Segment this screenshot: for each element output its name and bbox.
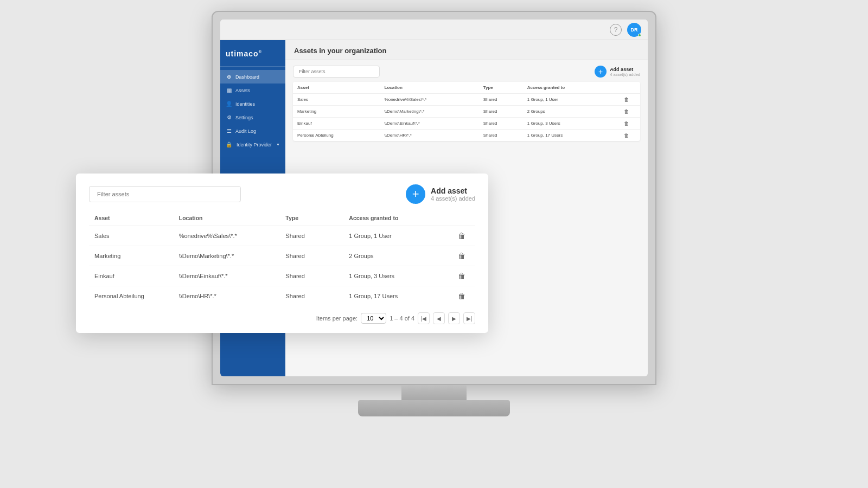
fg-cell-location: \\Demo\Marketing\*.* [174,246,280,266]
fg-cell-access: 1 Group, 3 Users [343,266,448,286]
logo-area: utimaco® [220,46,285,67]
monitor-base [358,400,510,416]
cell-type: Shared [479,94,523,106]
fg-cell-type: Shared [280,246,343,266]
fg-add-label: Add asset 4 asset(s) added [431,187,475,202]
table-row: Sales %onedrive%\Sales\*.* Shared 1 Grou… [293,94,640,106]
identity-provider-icon: 🔒 [226,142,232,147]
per-page-select[interactable]: 10 25 50 [361,313,386,324]
delete-button[interactable]: 🗑 [624,108,629,114]
assets-icon: ▦ [226,87,232,93]
fg-delete-button[interactable]: 🗑 [458,232,465,240]
cell-asset: Marketing [293,106,380,118]
sidebar-item-audit-log[interactable]: ☰ Audit Log [220,124,285,138]
cell-asset: Personal Abteilung [293,130,380,142]
sidebar-item-identity-provider[interactable]: 🔒 Identity Provider ▼ [220,138,285,151]
fg-col-header-type: Type [280,210,343,226]
fg-col-header-action [449,210,475,226]
sidebar-item-identities[interactable]: 👤 Identities [220,97,285,111]
cell-type: Shared [479,118,523,130]
identities-icon: 👤 [226,101,232,107]
pagination-range: 1 – 4 of 4 [390,315,414,322]
fg-col-header-access: Access granted to [343,210,448,226]
fg-delete-button[interactable]: 🗑 [458,252,465,260]
fg-cell-access: 1 Group, 1 User [343,226,448,246]
table-row: Einkauf \\Demo\Einkauf\*.* Shared 1 Grou… [293,118,640,130]
sidebar-label-identities: Identities [235,101,255,107]
fg-cell-location: %onedrive%\Sales\*.* [174,226,280,246]
fg-delete-button[interactable]: 🗑 [458,292,465,300]
fg-cell-asset: Personal Abteilung [89,286,174,306]
page-title: Assets in your organization [294,47,386,55]
top-bar: ? DR [220,20,648,40]
chevron-down-icon: ▼ [276,143,280,146]
fg-cell-access: 2 Groups [343,246,448,266]
fg-col-header-location: Location [174,210,280,226]
cell-access: 2 Groups [523,106,613,118]
delete-button[interactable]: 🗑 [624,97,629,102]
fg-cell-action: 🗑 [449,266,475,286]
sidebar-label-settings: Settings [235,115,253,120]
fg-add-asset-button[interactable]: + [406,184,425,204]
col-header-asset: Asset [293,82,380,94]
table-row: Marketing \\Demo\Marketing\*.* Shared 2 … [89,246,475,266]
cell-type: Shared [479,130,523,142]
fg-cell-type: Shared [280,266,343,286]
fg-table-header-row: Asset Location Type Access granted to [89,210,475,226]
monitor-neck [401,385,467,400]
add-asset-button[interactable]: + [595,66,607,78]
col-header-location: Location [380,82,479,94]
fg-cell-asset: Sales [89,226,174,246]
cell-access: 1 Group, 1 User [523,94,613,106]
cell-action: 🗑 [613,130,641,142]
sidebar-item-settings[interactable]: ⚙ Settings [220,111,285,124]
table-body: Sales %onedrive%\Sales\*.* Shared 1 Grou… [293,94,640,142]
add-asset-sub-label: 4 asset(s) added [610,72,640,77]
fg-cell-access: 1 Group, 17 Users [343,286,448,306]
user-initials: DR [631,27,638,33]
fg-cell-location: \\Demo\Einkauf\*.* [174,266,280,286]
sidebar-label-dashboard: Dashboard [235,74,259,80]
items-per-page-label: Items per page: [316,315,358,322]
prev-page-button[interactable]: ◀ [433,312,445,324]
sidebar-item-dashboard[interactable]: ⊕ Dashboard [220,70,285,84]
toolbar-row: + Add asset 4 asset(s) added [293,66,640,78]
sidebar-label-assets: Assets [235,88,250,93]
cell-action: 🗑 [613,118,641,130]
first-page-button[interactable]: |◀ [418,312,430,324]
dashboard-icon: ⊕ [226,74,232,80]
help-button[interactable]: ? [610,24,622,36]
cell-action: 🗑 [613,94,641,106]
sidebar-label-identity-provider: Identity Provider [237,142,272,147]
cell-location: %onedrive%\Sales\*.* [380,94,479,106]
add-asset-label: Add asset 4 asset(s) added [610,67,640,77]
cell-location: \\Demo\Marketing\*.* [380,106,479,118]
user-avatar[interactable]: DR [627,23,641,37]
col-header-access: Access granted to [523,82,613,94]
foreground-panel: + Add asset 4 asset(s) added Asset Locat… [76,174,488,333]
fg-cell-action: 🗑 [449,286,475,306]
sidebar-item-assets[interactable]: ▦ Assets [220,84,285,97]
table-row: Marketing \\Demo\Marketing\*.* Shared 2 … [293,106,640,118]
sidebar-label-audit-log: Audit Log [235,129,256,134]
fg-toolbar: + Add asset 4 asset(s) added [89,184,475,204]
page-header: Assets in your organization [285,40,648,60]
cell-asset: Sales [293,94,380,106]
fg-add-sub-label: 4 asset(s) added [431,195,475,202]
fg-delete-button[interactable]: 🗑 [458,272,465,280]
fg-filter-input[interactable] [89,186,241,202]
cell-type: Shared [479,106,523,118]
filter-input[interactable] [293,66,380,78]
table-row: Einkauf \\Demo\Einkauf\*.* Shared 1 Grou… [89,266,475,286]
last-page-button[interactable]: ▶| [463,312,475,324]
fg-col-header-asset: Asset [89,210,174,226]
cell-access: 1 Group, 17 Users [523,130,613,142]
cell-access: 1 Group, 3 Users [523,118,613,130]
table-row: Sales %onedrive%\Sales\*.* Shared 1 Grou… [89,226,475,246]
online-indicator [638,34,641,37]
delete-button[interactable]: 🗑 [624,120,629,126]
fg-cell-asset: Einkauf [89,266,174,286]
delete-button[interactable]: 🗑 [624,132,629,138]
next-page-button[interactable]: ▶ [448,312,460,324]
fg-cell-type: Shared [280,286,343,306]
